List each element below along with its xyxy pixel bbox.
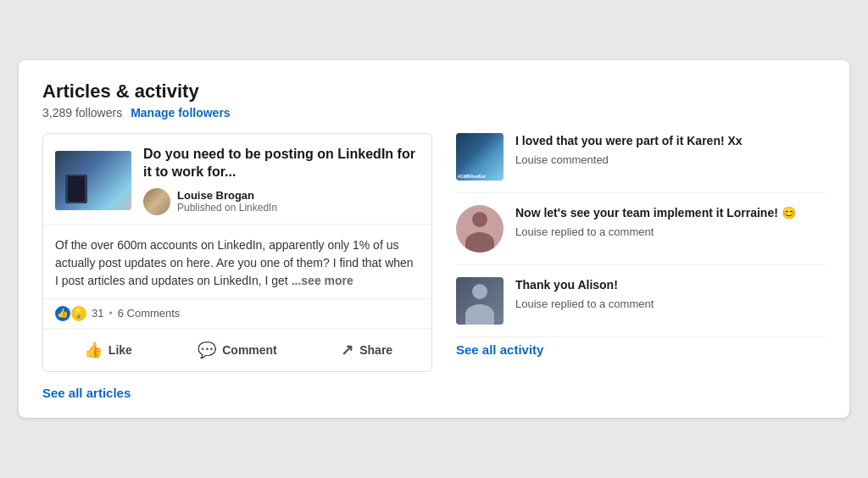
activity-item: I loved that you were part of it Karen! … — [456, 133, 826, 193]
praise-reaction-icon: 💡 — [71, 306, 86, 321]
article-card: Do you need to be posting on LinkedIn fo… — [42, 133, 432, 372]
article-header-text: Do you need to be posting on LinkedIn fo… — [143, 146, 420, 215]
share-label: Share — [359, 343, 392, 357]
like-icon: 👍 — [84, 341, 103, 359]
activity-sub-2: Louise replied to a comment — [515, 225, 796, 238]
comment-icon: 💬 — [198, 341, 216, 359]
article-section: Do you need to be posting on LinkedIn fo… — [42, 133, 432, 401]
activity-thumb-1 — [456, 133, 504, 181]
activity-sub-3: Louise replied to a comment — [515, 297, 654, 310]
article-title: Do you need to be posting on LinkedIn fo… — [143, 146, 420, 181]
reaction-dot: • — [108, 308, 112, 320]
activity-text-2: Now let's see your team implement it Lor… — [515, 205, 796, 222]
share-icon: ↗ — [341, 341, 353, 359]
article-body: Of the over 600m accounts on LinkedIn, a… — [43, 225, 431, 299]
followers-count: 3,289 followers — [42, 106, 122, 119]
activity-thumb-3 — [456, 277, 504, 325]
author-sub: Published on LinkedIn — [177, 202, 277, 214]
activity-text-1: I loved that you were part of it Karen! … — [515, 133, 743, 150]
article-reactions: 👍 💡 31 • 6 Comments — [43, 299, 431, 329]
like-label: Like — [108, 343, 132, 357]
see-all-articles-link[interactable]: See all articles — [42, 386, 131, 400]
share-button[interactable]: ↗ Share — [302, 332, 431, 368]
activity-item: Now let's see your team implement it Lor… — [456, 193, 826, 265]
articles-activity-card: Articles & activity 3,289 followers Mana… — [19, 60, 849, 418]
reaction-comments[interactable]: 6 Comments — [118, 307, 181, 320]
activity-thumb-2 — [456, 205, 504, 253]
like-reaction-icon: 👍 — [55, 306, 70, 321]
reaction-count: 31 — [92, 307, 103, 320]
author-avatar — [143, 188, 170, 215]
activity-item: Thank you Alison! Louise replied to a co… — [456, 265, 826, 337]
like-button[interactable]: 👍 Like — [43, 332, 173, 368]
article-author: Louise Brogan Published on LinkedIn — [143, 188, 420, 215]
followers-row: 3,289 followers Manage followers — [42, 106, 826, 119]
content-row: Do you need to be posting on LinkedIn fo… — [42, 133, 826, 401]
article-body-text: Of the over 600m accounts on LinkedIn, a… — [55, 238, 414, 287]
manage-followers-link[interactable]: Manage followers — [131, 106, 230, 119]
activity-section: I loved that you were part of it Karen! … — [456, 133, 826, 401]
card-header: Articles & activity 3,289 followers Mana… — [42, 81, 826, 119]
activity-content-3: Thank you Alison! Louise replied to a co… — [515, 277, 654, 325]
author-name: Louise Brogan — [177, 189, 277, 202]
author-info: Louise Brogan Published on LinkedIn — [177, 189, 277, 214]
comment-button[interactable]: 💬 Comment — [173, 332, 303, 368]
article-top: Do you need to be posting on LinkedIn fo… — [43, 134, 431, 225]
reaction-icons: 👍 💡 — [55, 306, 86, 321]
see-more[interactable]: ...see more — [292, 274, 353, 287]
activity-content-1: I loved that you were part of it Karen! … — [515, 133, 743, 181]
comment-label: Comment — [222, 343, 277, 357]
page-title: Articles & activity — [42, 81, 826, 103]
article-actions: 👍 Like 💬 Comment ↗ Share — [43, 329, 431, 371]
article-thumbnail — [55, 151, 131, 210]
see-all-activity-link[interactable]: See all activity — [456, 342, 826, 357]
activity-text-3: Thank you Alison! — [515, 277, 654, 294]
activity-content-2: Now let's see your team implement it Lor… — [515, 205, 796, 253]
activity-sub-1: Louise commented — [515, 153, 743, 166]
